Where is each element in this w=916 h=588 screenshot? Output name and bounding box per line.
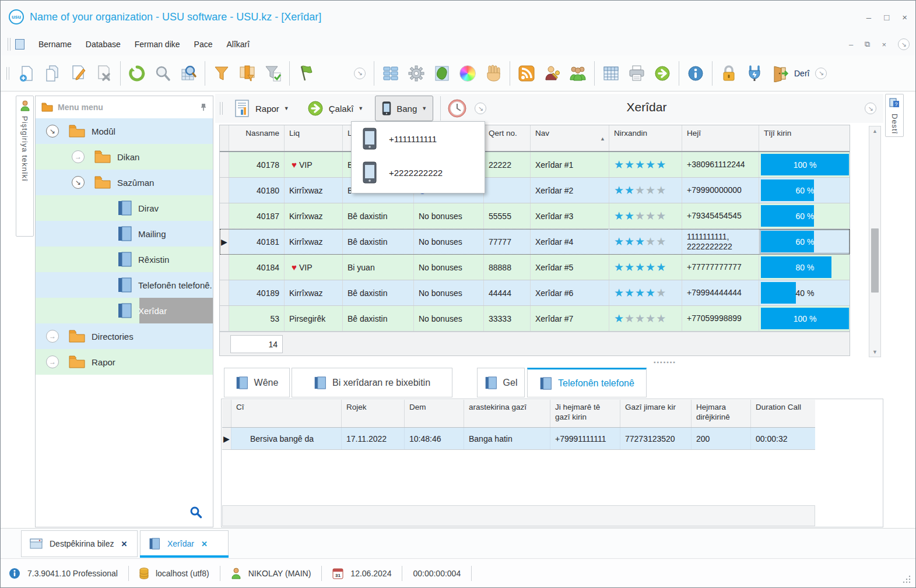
- edit-record-button[interactable]: [65, 60, 91, 87]
- tab-telefonen-telefone-active[interactable]: Telefonên telefonê: [527, 368, 647, 397]
- close-button[interactable]: ×: [902, 12, 907, 22]
- sidebar-item-dirav[interactable]: Dirav: [36, 195, 213, 221]
- copy-record-button[interactable]: [40, 60, 65, 87]
- collapse-icon[interactable]: ↘: [46, 125, 59, 138]
- flag-button[interactable]: [293, 60, 319, 87]
- menubar-drag-handle[interactable]: [8, 38, 10, 51]
- sidebar-item-sazuman[interactable]: ↘ Sazûman: [36, 170, 213, 195]
- exit-button-label[interactable]: Derî: [794, 69, 809, 78]
- table-row[interactable]: 40189 Kirrîxwaz Bê daxistin No bonuses 4…: [220, 280, 850, 306]
- column-header-qert-no[interactable]: Qert no.: [484, 125, 531, 151]
- tab-bi-xeridaran-re-bixebitin[interactable]: Bi xerîdaran re bixebitin: [292, 368, 452, 397]
- sidebar-item-xeridar-selected[interactable]: Xerîdar: [36, 298, 213, 323]
- sidebar-item-directories[interactable]: → Directories: [36, 323, 213, 349]
- sidebar-search-button[interactable]: [189, 506, 202, 519]
- dropdown-item-phone-1[interactable]: +1111111111: [352, 122, 485, 156]
- sidebar-item-telefonen-telefone[interactable]: Telefonên telefonê.: [36, 272, 213, 298]
- tab-wene[interactable]: Wêne: [224, 368, 290, 397]
- search-button[interactable]: [150, 60, 176, 87]
- sidebar-item-modul[interactable]: ↘ Modûl: [36, 118, 213, 144]
- resize-grip[interactable]: [903, 575, 911, 583]
- table-row[interactable]: 40187 Kirrîxwaz Bê daxistin No bonuses 5…: [220, 203, 850, 229]
- column-header-rojek[interactable]: Rojek: [342, 400, 405, 427]
- sidebar-item-dikan[interactable]: → Dikan: [36, 144, 213, 170]
- scroll-down-icon[interactable]: ▼: [869, 349, 880, 355]
- pin-icon[interactable]: [200, 103, 207, 111]
- tab-gel[interactable]: Gel: [477, 368, 525, 397]
- column-header-heji[interactable]: Hejî: [682, 125, 759, 151]
- menu-alikari[interactable]: Alîkarî: [219, 36, 257, 52]
- panel-overflow-right-button[interactable]: ↘: [865, 103, 876, 114]
- mdi-minimize-button[interactable]: –: [849, 40, 853, 49]
- dropdown-item-phone-2[interactable]: +2222222222: [352, 156, 485, 189]
- scrollbar-thumb[interactable]: [871, 228, 879, 293]
- filter-apply-button[interactable]: [260, 60, 286, 87]
- filter-by-column-button[interactable]: [234, 60, 260, 87]
- close-tab-icon[interactable]: ✕: [121, 540, 128, 548]
- column-header-ci[interactable]: Cî: [231, 400, 342, 427]
- sidebar-item-rexistin[interactable]: Rêxistin: [36, 247, 213, 272]
- collapse-icon[interactable]: ↘: [72, 176, 85, 189]
- filter-button[interactable]: [209, 60, 234, 87]
- settings-button[interactable]: [403, 60, 429, 87]
- tab-help[interactable]: ? Destî: [885, 94, 904, 137]
- new-record-button[interactable]: [14, 60, 40, 87]
- tab-destpekirina-bilez[interactable]: Destpêkirina bilez ✕: [21, 530, 138, 557]
- map-button[interactable]: [429, 60, 455, 87]
- users-group-button[interactable]: [565, 60, 591, 87]
- toolbar-drag-handle[interactable]: [6, 67, 9, 80]
- table-row-selected[interactable]: ▶ 40181 Kirrîxwaz Bê daxistin No bonuses…: [220, 229, 850, 255]
- column-header-nirxandin[interactable]: Nirxandin: [609, 125, 682, 151]
- scroll-up-icon[interactable]: ▲: [869, 128, 880, 134]
- menubar-overflow-button[interactable]: ↘: [898, 38, 910, 50]
- column-header-arastekirina-gazi[interactable]: arastekirina gazî: [464, 400, 550, 427]
- sidebar-item-mailing[interactable]: Mailing: [36, 221, 213, 247]
- sidebar-item-rapor[interactable]: → Rapor: [36, 349, 213, 375]
- menu-bername[interactable]: Bername: [31, 36, 79, 52]
- column-header-hejmara[interactable]: Hejmara dirêjkirinê: [692, 400, 751, 427]
- table-row[interactable]: 40180 Kirrîxwaz Bê daxistin Bonus 10% Xe…: [220, 178, 850, 203]
- clock-button[interactable]: [444, 95, 470, 122]
- plug-button[interactable]: [742, 60, 767, 87]
- splitter-handle[interactable]: ▪▪▪▪▪▪▪: [654, 359, 676, 365]
- info-button[interactable]: [683, 60, 708, 87]
- expand-icon[interactable]: →: [46, 355, 59, 368]
- column-header-gazi-jimare[interactable]: Gazî jimare kir: [620, 400, 692, 427]
- call-row[interactable]: ▶ Bersiva bangê da 17.11.2022 10:48:46 B…: [222, 428, 815, 450]
- column-header-liq[interactable]: Liq: [285, 125, 343, 151]
- mdi-restore-button[interactable]: ⧉: [865, 40, 870, 49]
- exit-button[interactable]: [767, 60, 793, 87]
- hand-button[interactable]: [480, 60, 506, 87]
- user-permissions-button[interactable]: [539, 60, 565, 87]
- rss-button[interactable]: [514, 60, 539, 87]
- bang-button[interactable]: Bang▼: [375, 96, 433, 121]
- panel-drag-handle[interactable]: [220, 102, 223, 115]
- rapor-button[interactable]: Rapor▼: [227, 96, 295, 121]
- column-header-nav[interactable]: Nav▲: [531, 125, 609, 151]
- vertical-scrollbar[interactable]: ▲ ▼: [869, 126, 881, 357]
- tab-technical-support[interactable]: Piştgiriya teknîkî: [16, 96, 34, 237]
- panel-overflow-left-button[interactable]: ↘: [475, 103, 486, 114]
- toolbar-overflow-right-button[interactable]: ↘: [815, 68, 827, 79]
- column-header-duration-call[interactable]: Duration Call: [751, 400, 815, 427]
- layout-grid-button[interactable]: [378, 60, 403, 87]
- lock-button[interactable]: [716, 60, 742, 87]
- table-view-button[interactable]: [598, 60, 624, 87]
- expand-icon[interactable]: →: [72, 150, 85, 163]
- menu-ferman-dike[interactable]: Ferman dike: [128, 36, 187, 52]
- menu-database[interactable]: Database: [79, 36, 128, 52]
- refresh-button[interactable]: [124, 60, 150, 87]
- column-header-ji-hejmare[interactable]: Ji hejmarê tê gazî kirin: [550, 400, 620, 427]
- minimize-button[interactable]: –: [866, 12, 871, 22]
- go-next-button[interactable]: [650, 60, 675, 87]
- search-in-table-button[interactable]: [176, 60, 201, 87]
- delete-record-button[interactable]: [91, 60, 117, 87]
- table-row[interactable]: 40184 ♥VIP Bi yuan No bonuses 88888 Xerî…: [220, 255, 850, 280]
- column-header-dem[interactable]: Dem: [405, 400, 464, 427]
- menu-pace[interactable]: Pace: [187, 36, 220, 52]
- column-header-nasname[interactable]: Nasname: [229, 125, 285, 151]
- maximize-button[interactable]: □: [884, 12, 889, 22]
- table-row[interactable]: 53 Pirsegirêk Bê daxistin No bonuses 333…: [220, 306, 850, 332]
- expand-icon[interactable]: →: [46, 330, 59, 343]
- column-header-tiji-kirin[interactable]: Tîjî kirin: [759, 125, 851, 151]
